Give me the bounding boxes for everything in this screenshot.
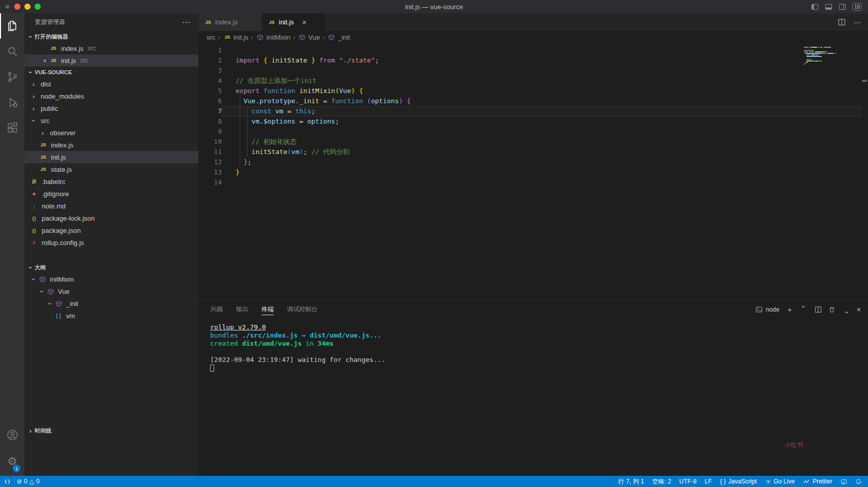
code-editor[interactable]: 12import { initState } from "./state";34… (198, 43, 868, 300)
tree-item-node-modules[interactable]: ›node_modules (24, 90, 198, 102)
more-actions-icon[interactable]: ⋯ (182, 17, 190, 27)
line-number[interactable]: 9 (198, 127, 222, 137)
panel-tab-2[interactable]: 终端 (262, 300, 274, 318)
tree-item-public[interactable]: ›public (24, 102, 198, 114)
statusbar-go-live[interactable]: Go Live (765, 478, 795, 485)
explorer-section-header[interactable]: › VUE-SOURCE (24, 67, 198, 78)
chevron-down-icon[interactable]: › (46, 299, 54, 308)
menu-icon[interactable]: ≡ (5, 3, 9, 11)
terminal-output[interactable]: rollup v2.79.0bundles ./src/index.js → d… (198, 318, 868, 476)
line-number[interactable]: 2 (198, 55, 222, 66)
panel-tab-1[interactable]: 输出 (236, 300, 248, 318)
tree-item-package-lock-json[interactable]: {}package-lock.json (24, 212, 198, 224)
outline-item-vm[interactable]: [·]vm (24, 310, 198, 322)
outline-item-initmixin[interactable]: ›initMixin (24, 273, 198, 285)
editor-scrollbar[interactable] (861, 43, 868, 300)
panel-tab-0[interactable]: 问题 (211, 300, 223, 318)
new-terminal-button[interactable]: ＋ (786, 306, 793, 313)
statusbar-indentation[interactable]: 空格: 2 (652, 477, 671, 486)
close-window-button[interactable] (14, 4, 20, 10)
line-number[interactable]: 4 (198, 76, 222, 86)
panel-tab-3[interactable]: 调试控制台 (287, 300, 317, 318)
kill-terminal-button[interactable] (828, 306, 835, 313)
code-line-13[interactable]: 13} (198, 167, 861, 177)
outline-item-vue[interactable]: ›Vue (24, 285, 198, 297)
source-control-icon[interactable] (0, 64, 24, 89)
breadcrumb-vue[interactable]: Vue (298, 33, 320, 42)
breadcrumb-init-js[interactable]: JSinit.js (223, 33, 249, 42)
layout-panel-icon[interactable] (825, 3, 832, 11)
tree-item-babelrc[interactable]: B.babelrc (24, 175, 198, 188)
statusbar-language-mode[interactable]: { }JavaScript (720, 478, 757, 485)
zoom-window-button[interactable] (35, 4, 41, 10)
code-line-14[interactable]: 14 (198, 177, 861, 188)
more-actions-icon[interactable]: ⋯ (854, 19, 861, 26)
line-number[interactable]: 3 (198, 66, 222, 76)
breadcrumb-initmixin[interactable]: initMixin (256, 33, 291, 42)
line-number[interactable]: 13 (198, 167, 222, 177)
line-number[interactable]: 12 (198, 157, 222, 167)
code-line-2[interactable]: 2import { initState } from "./state"; (198, 55, 861, 66)
statusbar-feedback[interactable] (841, 478, 847, 485)
split-editor-icon[interactable] (838, 18, 846, 26)
code-line-4[interactable]: 4// 在原型上添加一个init (198, 76, 861, 86)
timeline-section-header[interactable]: › 时间线 (24, 425, 198, 436)
statusbar-eol[interactable]: LF (705, 478, 712, 485)
tree-item-src[interactable]: ›src (24, 114, 198, 127)
extensions-icon[interactable] (0, 115, 24, 140)
tree-item-dist[interactable]: ›dist (24, 78, 198, 90)
line-number[interactable]: 7 (198, 106, 222, 116)
line-number[interactable]: 10 (198, 137, 222, 147)
close-icon[interactable]: × (302, 18, 307, 26)
layout-sidebar-left-icon[interactable] (811, 3, 819, 11)
chevron-right-icon[interactable]: › (39, 129, 47, 137)
line-number[interactable]: 6 (198, 96, 222, 106)
statusbar-encoding[interactable]: UTF-8 (679, 478, 697, 485)
tree-item-observer[interactable]: ›observer (24, 127, 198, 139)
tree-item-package-json[interactable]: {}package.json (24, 224, 198, 236)
outline-section-header[interactable]: › 大纲 (24, 262, 198, 273)
code-line-1[interactable]: 1 (198, 45, 861, 55)
minimize-window-button[interactable] (24, 4, 31, 10)
breadcrumb-init[interactable]: _init (327, 33, 350, 42)
outline-item-init[interactable]: ›_init (24, 297, 198, 310)
code-line-6[interactable]: 6 Vue.prototype._init = function (option… (198, 96, 861, 106)
minimap[interactable] (804, 45, 861, 67)
open-editors-header[interactable]: › 打开的编辑器 (24, 31, 198, 42)
open-editor-init-js[interactable]: ×JSinit.jssrc (24, 54, 198, 67)
tree-item-gitignore[interactable]: ◆.gitignore (24, 188, 198, 200)
statusbar-notifications[interactable] (855, 478, 862, 485)
close-panel-icon[interactable]: × (857, 306, 861, 313)
chevron-down-icon[interactable]: › (38, 287, 46, 295)
terminal-profile-dropdown-icon[interactable]: › (800, 306, 807, 314)
breadcrumb-src[interactable]: src (207, 34, 215, 41)
statusbar-cursor-position[interactable]: 行 7, 列 1 (618, 477, 644, 486)
line-number[interactable]: 14 (198, 177, 222, 188)
chevron-down-icon[interactable]: › (30, 275, 38, 283)
tab-init-js[interactable]: JSinit.js× (262, 13, 326, 31)
line-number[interactable]: 1 (198, 45, 222, 55)
open-editor-index-js[interactable]: JSindex.jssrc (24, 42, 198, 54)
chevron-down-icon[interactable]: › (30, 116, 38, 125)
explorer-icon[interactable] (0, 13, 24, 39)
line-number[interactable]: 5 (198, 86, 222, 96)
tree-item-note-md[interactable]: ↓note.md (24, 200, 198, 212)
code-line-9[interactable]: 9 (198, 127, 861, 137)
tree-item-rollup-config-js[interactable]: rrollup.config.js (24, 236, 198, 249)
tree-item-index-js[interactable]: JSindex.js (24, 139, 198, 151)
code-line-11[interactable]: 11 initState(vm); // 代码分割 (198, 147, 861, 157)
statusbar-prettier[interactable]: ✓✓Prettier (803, 478, 832, 485)
chevron-right-icon[interactable]: › (30, 80, 38, 88)
code-line-10[interactable]: 10 // 初始化状态 (198, 137, 861, 147)
line-number[interactable]: 8 (198, 116, 222, 127)
terminal-shell-selector[interactable]: node (756, 306, 779, 313)
tree-item-state-js[interactable]: JSstate.js (24, 163, 198, 175)
line-number[interactable]: 11 (198, 147, 222, 157)
close-icon[interactable]: × (41, 57, 49, 65)
code-line-7[interactable]: 7 const vm = this; (198, 106, 861, 116)
layout-sidebar-right-icon[interactable] (838, 3, 846, 11)
remote-window-icon[interactable] (4, 478, 11, 485)
tab-index-js[interactable]: JSindex.js (198, 13, 262, 31)
code-line-3[interactable]: 3 (198, 66, 861, 76)
account-icon[interactable] (0, 422, 24, 447)
